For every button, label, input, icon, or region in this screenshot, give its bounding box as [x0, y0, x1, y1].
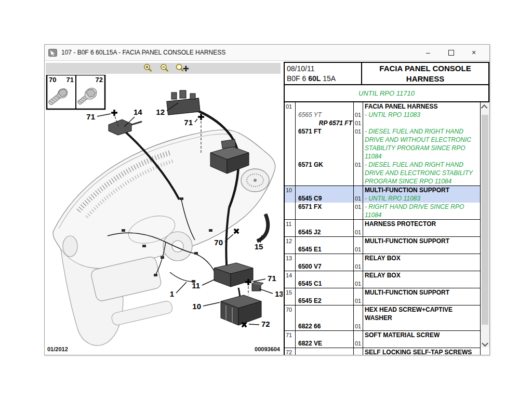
ref-cell[interactable]: 11	[285, 220, 296, 228]
quantity-cell[interactable]: 01	[354, 228, 363, 236]
description-cell[interactable]	[363, 339, 480, 348]
ref-cell[interactable]: 10	[285, 186, 296, 194]
quantity-cell[interactable]	[354, 271, 363, 280]
quantity-cell[interactable]	[354, 305, 363, 322]
description-cell[interactable]	[363, 119, 480, 127]
part-row-14[interactable]: 14RELAY BOX6545 C101	[285, 271, 480, 288]
callout-11-6[interactable]: 11	[192, 280, 215, 290]
quantity-cell[interactable]	[354, 348, 363, 355]
part-row-71[interactable]: 71SOFT MATERIAL SCREW6822 VE01	[285, 331, 480, 348]
quantity-cell[interactable]: 01	[354, 339, 363, 348]
zoom-in-icon[interactable]	[141, 63, 155, 73]
quantity-cell[interactable]: 01	[354, 262, 363, 271]
part-row-13[interactable]: 13RELAY BOX6500 V701	[285, 254, 480, 271]
part-number-cell[interactable]: 6571 FT	[296, 127, 354, 161]
quantity-cell[interactable]: 01	[354, 111, 363, 119]
part-row-15[interactable]: 15MULTI-FUNCTION SUPPORT6545 E201	[285, 288, 480, 305]
description-cell[interactable]	[363, 262, 480, 271]
callout-10-10[interactable]: 10	[192, 302, 220, 311]
description-cell[interactable]: - DIESEL FUEL AND RIGHT HAND DRIVE AND E…	[363, 161, 480, 185]
ref-cell[interactable]	[285, 280, 296, 288]
description-cell[interactable]	[363, 228, 480, 236]
quantity-cell[interactable]: 01	[354, 194, 363, 203]
zoom-out-icon[interactable]	[158, 63, 171, 73]
description-cell[interactable]: - DIESEL FUEL AND RIGHT HAND DRIVE AND W…	[363, 127, 480, 161]
part-number-cell[interactable]: 6545 E1	[296, 245, 354, 254]
part-number-cell[interactable]	[296, 271, 354, 280]
ref-cell[interactable]	[285, 203, 296, 219]
part-row-70[interactable]: 70HEX HEAD SCREW+CAPTIVE WASHER6822 6601	[285, 305, 480, 331]
part-number-cell[interactable]: 6565 YT	[296, 111, 354, 119]
quantity-cell[interactable]: 01	[354, 119, 363, 127]
description-cell[interactable]: SOFT MATERIAL SCREW	[363, 331, 480, 339]
part-number-cell[interactable]	[296, 348, 354, 355]
description-cell[interactable]: RELAY BOX	[363, 254, 480, 262]
quantity-cell[interactable]: 01	[354, 297, 363, 305]
ref-cell[interactable]: 01	[285, 102, 296, 111]
description-cell[interactable]: MULTI-FUNCTION SUPPORT	[363, 186, 480, 194]
description-cell[interactable]	[363, 280, 480, 288]
part-number-cell[interactable]	[296, 305, 354, 322]
description-cell[interactable]: SELF LOCKING SELF-TAP SCREWS	[363, 348, 480, 355]
callout-1-7[interactable]: 1	[170, 282, 187, 298]
minimize-button[interactable]: –	[417, 45, 440, 60]
part-row-11[interactable]: 11HARNESS PROTECTOR6545 J201	[285, 220, 480, 237]
ref-cell[interactable]	[285, 111, 296, 119]
close-button[interactable]: ×	[462, 45, 485, 60]
description-cell[interactable]: MULTI-FUNCTION SUPPORT	[363, 237, 480, 245]
ref-cell[interactable]	[285, 262, 296, 271]
description-cell[interactable]: - UNTIL RPO 11083	[363, 194, 480, 203]
ref-cell[interactable]	[285, 194, 296, 203]
part-number-cell[interactable]: 6545 C9	[296, 194, 354, 203]
part-number-cell[interactable]: 6571 FX	[296, 203, 354, 219]
part-number-cell[interactable]	[296, 331, 354, 339]
part-number-cell[interactable]	[296, 288, 354, 297]
part-number-cell[interactable]: 6571 GK	[296, 161, 354, 185]
scrollbar-thumb[interactable]	[482, 115, 488, 325]
part-number-cell[interactable]	[296, 102, 354, 111]
description-cell[interactable]: MULTI-FUNCTION SUPPORT	[363, 288, 480, 297]
part-number-cell[interactable]: 6500 V7	[296, 262, 354, 271]
part-number-cell[interactable]	[296, 220, 354, 228]
part-number-cell[interactable]: 6545 C1	[296, 280, 354, 288]
part-number-cell[interactable]: 6545 E2	[296, 297, 354, 305]
scroll-down-button[interactable]	[481, 337, 489, 348]
quantity-cell[interactable]: 01	[354, 245, 363, 254]
part-row-01[interactable]: 01FACIA PANEL HARNESS6565 YT01- UNTIL RP…	[285, 102, 480, 186]
part-number-cell[interactable]	[296, 186, 354, 194]
description-cell[interactable]: FACIA PANEL HARNESS	[363, 102, 480, 111]
ref-cell[interactable]: 14	[285, 271, 296, 280]
ref-cell[interactable]: 71	[285, 331, 296, 339]
description-cell[interactable]: HARNESS PROTECTOR	[363, 220, 480, 228]
ref-cell[interactable]	[285, 119, 296, 127]
part-number-cell[interactable]: 6822 66	[296, 322, 354, 330]
ref-cell[interactable]	[285, 228, 296, 236]
part-number-cell[interactable]: 6822 VE	[296, 339, 354, 348]
quantity-cell[interactable]	[354, 102, 363, 111]
ref-cell[interactable]: 13	[285, 254, 296, 262]
description-cell[interactable]: RELAY BOX	[363, 271, 480, 280]
ref-cell[interactable]: 72	[285, 348, 296, 355]
quantity-cell[interactable]: 01	[354, 127, 363, 161]
ref-cell[interactable]: 15	[285, 288, 296, 297]
part-number-cell[interactable]	[296, 254, 354, 262]
ref-cell[interactable]	[285, 161, 296, 185]
description-cell[interactable]	[363, 245, 480, 254]
maximize-button[interactable]	[440, 45, 462, 60]
part-number-cell[interactable]: RP 6571 FT	[296, 119, 354, 127]
part-row-12[interactable]: 12MULTI-FUNCTION SUPPORT6545 E101	[285, 237, 480, 254]
ref-cell[interactable]	[285, 245, 296, 254]
quantity-cell[interactable]	[354, 237, 363, 245]
quantity-cell[interactable]	[354, 254, 363, 262]
ref-cell[interactable]	[285, 127, 296, 161]
ref-cell[interactable]	[285, 339, 296, 348]
description-cell[interactable]: - UNTIL RPO 11083	[363, 111, 480, 119]
quantity-cell[interactable]	[354, 288, 363, 297]
quantity-cell[interactable]: 01	[354, 322, 363, 330]
quantity-cell[interactable]: 01	[354, 203, 363, 219]
part-number-cell[interactable]: 6545 J2	[296, 228, 354, 236]
description-cell[interactable]: HEX HEAD SCREW+CAPTIVE WASHER	[363, 305, 480, 322]
description-cell[interactable]	[363, 322, 480, 330]
scrollbar[interactable]	[481, 102, 489, 348]
part-number-cell[interactable]	[296, 237, 354, 245]
